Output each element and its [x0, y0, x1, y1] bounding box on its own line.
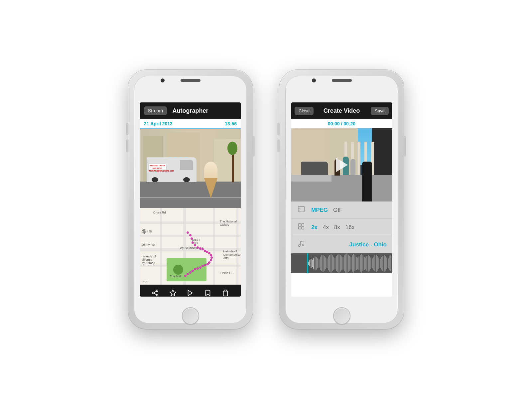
svg-rect-12 — [302, 224, 304, 226]
phone-2-screen-area: Close Create Video Save 00:00 / 00:20 — [285, 76, 398, 323]
format-row: MPEG GIF — [291, 201, 392, 219]
svg-rect-14 — [302, 227, 304, 229]
phone-2: Close Create Video Save 00:00 / 00:20 — [279, 70, 404, 329]
video-options-panel: MPEG GIF 2x — [291, 201, 392, 253]
svg-point-15 — [299, 245, 301, 247]
svg-marker-5 — [170, 290, 176, 296]
star-icon[interactable] — [169, 289, 177, 297]
phone-2-title: Create Video — [324, 107, 360, 114]
speed-row: 2x 4x 8x 16x — [291, 219, 392, 236]
phone-2-screen: Close Create Video Save 00:00 / 00:20 — [291, 102, 392, 297]
phone-2-camera — [312, 78, 316, 82]
svg-point-16 — [302, 244, 304, 246]
speed-icon — [297, 223, 306, 232]
phone-2-power[interactable] — [404, 136, 405, 156]
music-row: Justice - Ohio — [291, 236, 392, 253]
format-gif-option[interactable]: GIF — [333, 207, 342, 213]
speed-16x-option[interactable]: 16x — [345, 224, 354, 231]
format-mpeg-option[interactable]: MPEG — [311, 207, 328, 213]
share-icon[interactable] — [152, 289, 159, 297]
bookmark-icon[interactable] — [204, 289, 211, 297]
music-icon — [297, 240, 306, 249]
phone-1-vol-down[interactable] — [127, 140, 128, 152]
phone-1-power[interactable] — [252, 136, 254, 156]
svg-rect-11 — [299, 224, 301, 226]
svg-point-1 — [153, 292, 155, 294]
video-timecode: 00:00 / 00:20 — [291, 119, 392, 128]
phone-1-camera — [161, 78, 165, 82]
video-play-button[interactable] — [336, 158, 348, 172]
photo-time: 13:56 — [225, 121, 237, 126]
waveform-bars — [291, 253, 392, 273]
phone-1-vol-up[interactable] — [127, 123, 128, 135]
speed-8x-option[interactable]: 8x — [334, 224, 340, 231]
phone-1-speaker — [181, 79, 200, 82]
phone-1-screen-area: Stream Autographer 21 April 2013 13:56 — [134, 76, 247, 323]
svg-rect-7 — [298, 206, 304, 212]
phone-1-date-bar: 21 April 2013 13:56 — [140, 119, 241, 128]
phone-1-screen: Stream Autographer 21 April 2013 13:56 — [140, 102, 241, 297]
svg-line-4 — [154, 291, 156, 293]
svg-point-2 — [156, 294, 158, 296]
svg-point-0 — [156, 290, 158, 292]
svg-rect-13 — [299, 227, 301, 229]
phone-1: Stream Autographer 21 April 2013 13:56 — [128, 70, 253, 329]
trash-icon[interactable] — [222, 289, 229, 297]
phone-1-home-button[interactable] — [182, 307, 199, 325]
phone-2-navbar: Close Create Video Save — [291, 102, 392, 119]
music-track-label[interactable]: Justice - Ohio — [349, 241, 387, 248]
phone-2-home-button[interactable] — [333, 307, 350, 325]
stream-button[interactable]: Stream — [144, 106, 167, 115]
phone-1-map[interactable]: Gent St Jermyn St Cross Rd The NationalG… — [140, 208, 241, 285]
video-preview[interactable] — [291, 128, 392, 201]
phones-container: Stream Autographer 21 April 2013 13:56 — [115, 57, 417, 342]
phone-1-photo[interactable]: WINDOWFLOWERS0808 667327WWW.WINDOWFLOWER… — [140, 128, 241, 208]
play-icon[interactable] — [187, 289, 194, 297]
phone-2-vol-up[interactable] — [278, 123, 280, 135]
phone-1-navbar: Stream Autographer — [140, 102, 241, 119]
svg-line-3 — [154, 293, 156, 295]
phone-2-vol-down[interactable] — [278, 140, 280, 152]
speed-2x-option[interactable]: 2x — [311, 224, 318, 231]
photo-date: 21 April 2013 — [144, 121, 173, 126]
speed-4x-option[interactable]: 4x — [323, 224, 329, 231]
svg-marker-6 — [188, 290, 193, 296]
phone-1-toolbar — [140, 285, 241, 297]
close-button[interactable]: Close — [295, 107, 314, 115]
save-button[interactable]: Save — [371, 107, 389, 115]
format-icon — [297, 205, 306, 214]
phone-1-title: Autographer — [173, 107, 208, 114]
audio-waveform[interactable] — [291, 253, 392, 273]
phone-2-speaker — [332, 79, 352, 82]
